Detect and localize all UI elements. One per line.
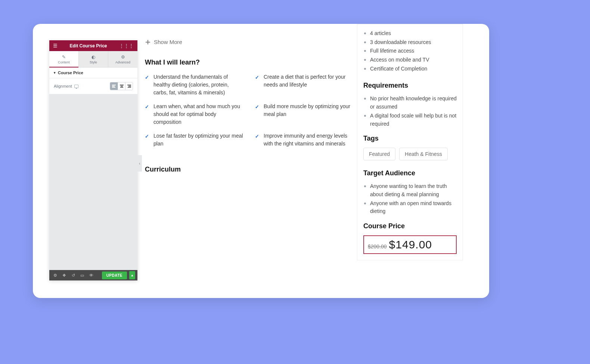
- tab-content[interactable]: ✎ Content: [49, 51, 79, 67]
- editor-footer: ⚙ ❖ ↺ ▭ 👁 UPDATE ▲: [49, 270, 137, 280]
- list-item: A digital food scale will help but is no…: [363, 112, 457, 128]
- preview-icon[interactable]: 👁: [87, 272, 95, 279]
- pencil-icon: ✎: [62, 54, 66, 60]
- editor-panel: ☰ Edit Course Price ⋮⋮⋮ ✎ Content ◐ Styl…: [49, 40, 137, 280]
- tab-label: Style: [90, 60, 97, 64]
- editor-header: ☰ Edit Course Price ⋮⋮⋮: [49, 40, 137, 51]
- learn-text: Improve immunity and energy levels with …: [264, 132, 353, 148]
- editor-body: [49, 94, 137, 270]
- list-item: 3 downloadable resources: [363, 38, 457, 47]
- caret-down-icon: ▾: [54, 71, 56, 75]
- alignment-label-wrap: Alignment: [54, 84, 78, 88]
- tags: Featured Heath & Fitness: [363, 148, 457, 160]
- align-right-icon: [127, 85, 131, 88]
- list-item: No prior health knowledge is required or…: [363, 95, 457, 111]
- controls: Alignment: [49, 78, 137, 94]
- course-sidebar: 4 articles 3 downloadable resources Full…: [357, 24, 463, 260]
- list-item: Anyone with an open mind towards dieting: [363, 200, 457, 216]
- update-button[interactable]: UPDATE: [102, 272, 127, 279]
- tag[interactable]: Featured: [363, 148, 395, 160]
- gear-icon: ⚙: [121, 54, 125, 60]
- learn-item: ✓ Understand the fundamentals of healthy…: [145, 73, 243, 97]
- learn-item: ✓ Improve immunity and energy levels wit…: [255, 132, 353, 148]
- check-icon: ✓: [145, 103, 149, 126]
- learn-text: Create a diet that is perfect for your n…: [264, 73, 353, 97]
- alignment-control: Alignment: [54, 82, 133, 90]
- requirements-list: No prior health knowledge is required or…: [363, 95, 457, 128]
- update-options-button[interactable]: ▲: [129, 271, 135, 279]
- learn-text: Build more muscle by optimizing your mea…: [264, 103, 353, 126]
- panel-collapse-button[interactable]: ‹: [137, 155, 142, 172]
- align-center-icon: [120, 85, 124, 88]
- curriculum-heading: Curriculum: [145, 166, 353, 173]
- learn-heading: What I will learn?: [145, 59, 353, 66]
- learn-text: Learn when, what and how much you should…: [153, 103, 243, 126]
- check-icon: ✓: [255, 103, 259, 126]
- navigator-icon[interactable]: ❖: [60, 272, 68, 279]
- editor-title: Edit Course Price: [58, 43, 119, 48]
- learn-grid: ✓ Understand the fundamentals of healthy…: [145, 73, 353, 148]
- widgets-icon[interactable]: ⋮⋮⋮: [119, 43, 134, 48]
- course-price-widget[interactable]: $200.00 $149.00: [363, 235, 457, 254]
- tag[interactable]: Heath & Fitness: [399, 148, 448, 160]
- learn-text: Understand the fundamentals of healthy d…: [153, 73, 243, 97]
- section-label: Course Price: [58, 70, 83, 75]
- check-icon: ✓: [145, 74, 149, 97]
- check-icon: ✓: [255, 133, 259, 148]
- list-item: Anyone wanting to learn the truth about …: [363, 182, 457, 198]
- app-card: ☰ Edit Course Price ⋮⋮⋮ ✎ Content ◐ Styl…: [33, 24, 489, 298]
- learn-item: ✓ Create a diet that is perfect for your…: [255, 73, 353, 97]
- align-right-button[interactable]: [125, 82, 133, 90]
- list-item: Full lifetime access: [363, 47, 457, 55]
- show-more-button[interactable]: Show More: [145, 39, 353, 45]
- check-icon: ✓: [255, 74, 259, 97]
- history-icon[interactable]: ↺: [69, 272, 77, 279]
- audience-heading: Target Audience: [363, 169, 457, 177]
- check-icon: ✓: [145, 133, 149, 148]
- requirements-heading: Requirements: [363, 82, 457, 90]
- tab-style[interactable]: ◐ Style: [79, 51, 108, 67]
- tags-heading: Tags: [363, 135, 457, 142]
- tab-label: Content: [58, 60, 70, 64]
- learn-item: ✓ Lose fat faster by optimizing your mea…: [145, 132, 243, 148]
- tab-advanced[interactable]: ⚙ Advanced: [108, 51, 137, 67]
- plus-icon: [145, 39, 151, 45]
- list-item: 4 articles: [363, 29, 457, 38]
- editor-tabs: ✎ Content ◐ Style ⚙ Advanced: [49, 51, 137, 68]
- main-content: Show More What I will learn? ✓ Understan…: [145, 39, 353, 180]
- tab-label: Advanced: [115, 60, 130, 64]
- audience-list: Anyone wanting to learn the truth about …: [363, 182, 457, 216]
- price-current: $149.00: [389, 238, 432, 251]
- show-more-label: Show More: [154, 39, 182, 45]
- menu-icon[interactable]: ☰: [53, 43, 58, 48]
- price-original: $200.00: [368, 244, 387, 250]
- alignment-group: [110, 82, 133, 90]
- learn-item: ✓ Build more muscle by optimizing your m…: [255, 103, 353, 126]
- price-heading: Course Price: [363, 222, 457, 230]
- align-left-icon: [112, 85, 116, 88]
- course-features-list: 4 articles 3 downloadable resources Full…: [363, 24, 457, 73]
- responsive-mode-icon[interactable]: ▭: [78, 272, 86, 279]
- settings-icon[interactable]: ⚙: [52, 272, 59, 279]
- alignment-label: Alignment: [54, 84, 72, 88]
- learn-text: Lose fat faster by optimizing your meal …: [153, 132, 243, 148]
- responsive-icon[interactable]: [74, 85, 78, 88]
- contrast-icon: ◐: [91, 54, 95, 60]
- learn-item: ✓ Learn when, what and how much you shou…: [145, 103, 243, 126]
- list-item: Certificate of Completion: [363, 65, 457, 73]
- list-item: Access on mobile and TV: [363, 56, 457, 64]
- align-center-button[interactable]: [118, 82, 125, 90]
- section-course-price[interactable]: ▾ Course Price: [49, 68, 137, 78]
- sidebar-box: 4 articles 3 downloadable resources Full…: [357, 24, 463, 260]
- align-left-button[interactable]: [110, 82, 118, 90]
